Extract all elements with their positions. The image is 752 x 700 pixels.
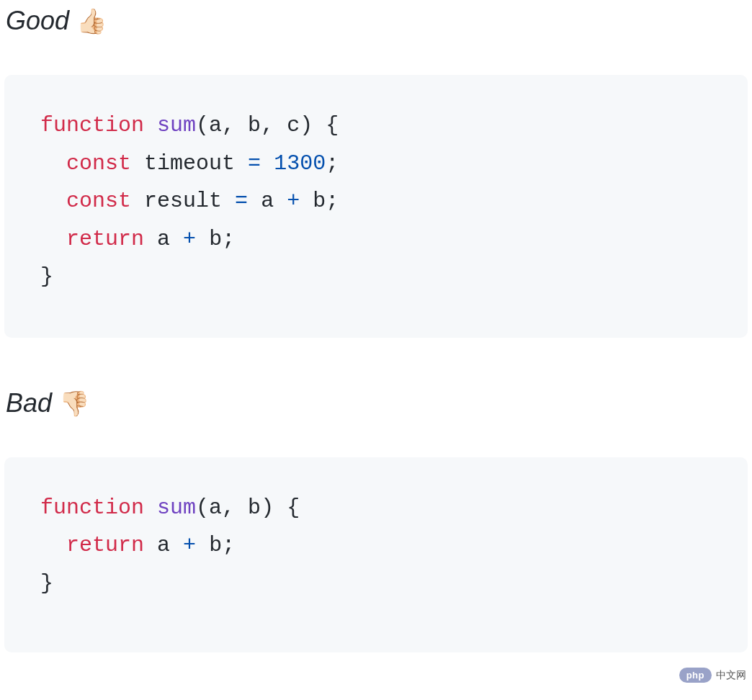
code-token-punct: ( [196, 113, 209, 138]
heading-bad: Bad 👎🏻 [4, 388, 748, 418]
code-token-punct: , [222, 113, 248, 138]
thumbs-down-icon: 👎🏻 [59, 389, 89, 418]
code-token-op: + [287, 189, 300, 213]
code-token-num: 1300 [274, 151, 326, 176]
code-token-fn-name: sum [157, 495, 196, 520]
code-token-param: b [248, 113, 261, 138]
code-token-var: result [144, 189, 222, 213]
code-token-punct: , [261, 113, 287, 138]
code-token-punct: ) [261, 495, 274, 520]
code-token-punct: { [287, 495, 300, 520]
code-token-punct: ) [300, 113, 313, 138]
heading-bad-label: Bad [6, 388, 52, 418]
code-token-op: = [248, 151, 261, 176]
code-token-punct: ; [222, 227, 235, 251]
php-badge: php [679, 668, 712, 683]
code-token-fn-name: sum [157, 113, 196, 138]
code-token-kw-decl: const [66, 189, 131, 213]
code-token-kw-decl: const [66, 151, 131, 176]
code-token-param: a [209, 495, 222, 520]
code-token-kw-decl: return [66, 227, 144, 251]
code-token-var: b [313, 189, 326, 213]
code-token-var: a [261, 189, 274, 213]
code-token-var: timeout [144, 151, 235, 176]
code-token-var: b [209, 227, 222, 251]
code-token-op: + [183, 533, 196, 557]
watermark-text: 中文网 [716, 669, 746, 682]
code-token-op: = [235, 189, 248, 213]
code-token-var: a [157, 533, 170, 557]
watermark: php 中文网 [679, 668, 746, 683]
code-token-param: a [209, 113, 222, 138]
code-token-punct: ; [326, 189, 339, 213]
code-block-bad: function sum(a, b) { return a + b; } [4, 457, 748, 653]
code-token-param: c [287, 113, 300, 138]
code-token-punct: { [326, 113, 339, 138]
code-token-var: a [157, 227, 170, 251]
code-token-param: b [248, 495, 261, 520]
code-token-punct: ( [196, 495, 209, 520]
code-token-kw-decl: function [40, 113, 144, 138]
code-token-var: b [209, 533, 222, 557]
code-token-kw-decl: function [40, 495, 144, 520]
code-token-op: + [183, 227, 196, 251]
code-token-punct: ; [326, 151, 339, 176]
code-token-punct: ; [222, 533, 235, 557]
heading-good-label: Good [6, 6, 69, 36]
thumbs-up-icon: 👍🏻 [76, 6, 107, 35]
code-block-good: function sum(a, b, c) { const timeout = … [4, 75, 748, 338]
code-token-punct: , [222, 495, 248, 520]
code-token-punct: } [40, 264, 53, 289]
heading-good: Good 👍🏻 [4, 6, 748, 36]
code-token-punct: } [40, 571, 53, 596]
code-token-kw-decl: return [66, 533, 144, 557]
